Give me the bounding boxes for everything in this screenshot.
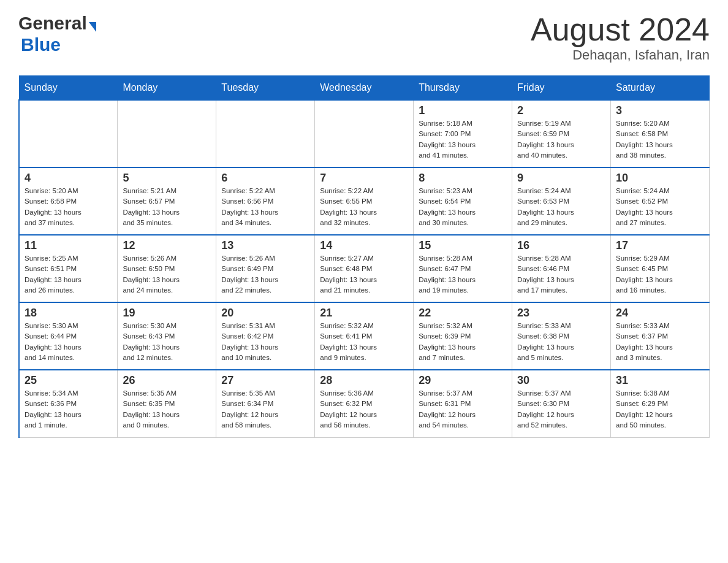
calendar-cell: 27Sunrise: 5:35 AMSunset: 6:34 PMDayligh… — [216, 370, 315, 437]
day-info: Sunrise: 5:20 AMSunset: 6:58 PMDaylight:… — [616, 118, 704, 161]
calendar-cell: 10Sunrise: 5:24 AMSunset: 6:52 PMDayligh… — [611, 167, 710, 235]
calendar-cell: 28Sunrise: 5:36 AMSunset: 6:32 PMDayligh… — [315, 370, 414, 437]
day-number: 27 — [221, 374, 309, 387]
day-number: 1 — [419, 104, 507, 117]
calendar-cell: 24Sunrise: 5:33 AMSunset: 6:37 PMDayligh… — [611, 302, 710, 370]
month-title: August 2024 — [531, 12, 710, 47]
title-area: August 2024 Dehaqan, Isfahan, Iran — [531, 12, 710, 63]
day-number: 25 — [25, 374, 112, 387]
day-number: 23 — [517, 307, 605, 320]
day-info: Sunrise: 5:28 AMSunset: 6:46 PMDaylight:… — [517, 253, 605, 296]
calendar-cell: 6Sunrise: 5:22 AMSunset: 6:56 PMDaylight… — [216, 167, 315, 235]
calendar-cell: 7Sunrise: 5:22 AMSunset: 6:55 PMDaylight… — [315, 167, 414, 235]
calendar-cell — [19, 100, 118, 167]
day-number: 26 — [123, 374, 211, 387]
day-number: 28 — [320, 374, 408, 387]
calendar-cell: 31Sunrise: 5:38 AMSunset: 6:29 PMDayligh… — [611, 370, 710, 437]
calendar-header-wednesday: Wednesday — [315, 76, 414, 101]
day-number: 22 — [419, 307, 507, 320]
day-info: Sunrise: 5:32 AMSunset: 6:39 PMDaylight:… — [419, 321, 507, 363]
day-info: Sunrise: 5:25 AMSunset: 6:51 PMDaylight:… — [25, 253, 112, 296]
logo: General — [18, 12, 96, 34]
logo-triangle-icon — [89, 22, 96, 32]
day-info: Sunrise: 5:31 AMSunset: 6:42 PMDaylight:… — [221, 321, 309, 363]
day-info: Sunrise: 5:19 AMSunset: 6:59 PMDaylight:… — [517, 118, 605, 161]
day-number: 15 — [419, 239, 507, 252]
calendar-cell: 4Sunrise: 5:20 AMSunset: 6:58 PMDaylight… — [19, 167, 118, 235]
week-row-2: 4Sunrise: 5:20 AMSunset: 6:58 PMDaylight… — [19, 167, 710, 235]
calendar-cell: 15Sunrise: 5:28 AMSunset: 6:47 PMDayligh… — [414, 235, 512, 302]
day-number: 18 — [25, 307, 112, 320]
day-number: 20 — [221, 307, 309, 320]
calendar-cell: 5Sunrise: 5:21 AMSunset: 6:57 PMDaylight… — [118, 167, 216, 235]
calendar-cell — [118, 100, 216, 167]
day-number: 19 — [123, 307, 211, 320]
day-info: Sunrise: 5:38 AMSunset: 6:29 PMDaylight:… — [616, 388, 704, 431]
calendar-cell: 16Sunrise: 5:28 AMSunset: 6:46 PMDayligh… — [512, 235, 611, 302]
calendar-header-row: SundayMondayTuesdayWednesdayThursdayFrid… — [19, 76, 710, 101]
day-number: 12 — [123, 239, 211, 252]
day-info: Sunrise: 5:33 AMSunset: 6:38 PMDaylight:… — [517, 321, 605, 363]
day-info: Sunrise: 5:36 AMSunset: 6:32 PMDaylight:… — [320, 388, 408, 431]
day-info: Sunrise: 5:20 AMSunset: 6:58 PMDaylight:… — [25, 186, 112, 228]
logo-area: General Blue — [18, 12, 96, 55]
calendar-cell: 29Sunrise: 5:37 AMSunset: 6:31 PMDayligh… — [414, 370, 512, 437]
calendar-cell: 25Sunrise: 5:34 AMSunset: 6:36 PMDayligh… — [19, 370, 118, 437]
calendar-cell: 18Sunrise: 5:30 AMSunset: 6:44 PMDayligh… — [19, 302, 118, 370]
day-number: 5 — [123, 172, 211, 185]
day-number: 29 — [419, 374, 507, 387]
day-number: 3 — [616, 104, 704, 117]
calendar-header-tuesday: Tuesday — [216, 76, 315, 101]
day-info: Sunrise: 5:30 AMSunset: 6:43 PMDaylight:… — [123, 321, 211, 363]
day-number: 24 — [616, 307, 704, 320]
logo-blue-text: Blue — [18, 34, 61, 55]
calendar-cell: 3Sunrise: 5:20 AMSunset: 6:58 PMDaylight… — [611, 100, 710, 167]
day-number: 16 — [517, 239, 605, 252]
day-info: Sunrise: 5:35 AMSunset: 6:34 PMDaylight:… — [221, 388, 309, 431]
day-info: Sunrise: 5:37 AMSunset: 6:31 PMDaylight:… — [419, 388, 507, 431]
day-number: 10 — [616, 172, 704, 185]
calendar-header-friday: Friday — [512, 76, 611, 101]
calendar-cell: 20Sunrise: 5:31 AMSunset: 6:42 PMDayligh… — [216, 302, 315, 370]
calendar-header-saturday: Saturday — [611, 76, 710, 101]
calendar-cell: 30Sunrise: 5:37 AMSunset: 6:30 PMDayligh… — [512, 370, 611, 437]
calendar-cell: 23Sunrise: 5:33 AMSunset: 6:38 PMDayligh… — [512, 302, 611, 370]
week-row-4: 18Sunrise: 5:30 AMSunset: 6:44 PMDayligh… — [19, 302, 710, 370]
calendar-cell — [315, 100, 414, 167]
day-info: Sunrise: 5:26 AMSunset: 6:49 PMDaylight:… — [221, 253, 309, 296]
week-row-1: 1Sunrise: 5:18 AMSunset: 7:00 PMDaylight… — [19, 100, 710, 167]
calendar-cell: 2Sunrise: 5:19 AMSunset: 6:59 PMDaylight… — [512, 100, 611, 167]
calendar-header-monday: Monday — [118, 76, 216, 101]
calendar-cell: 1Sunrise: 5:18 AMSunset: 7:00 PMDaylight… — [414, 100, 512, 167]
calendar-cell: 11Sunrise: 5:25 AMSunset: 6:51 PMDayligh… — [19, 235, 118, 302]
calendar-cell: 13Sunrise: 5:26 AMSunset: 6:49 PMDayligh… — [216, 235, 315, 302]
day-info: Sunrise: 5:35 AMSunset: 6:35 PMDaylight:… — [123, 388, 211, 431]
calendar-cell: 14Sunrise: 5:27 AMSunset: 6:48 PMDayligh… — [315, 235, 414, 302]
day-info: Sunrise: 5:37 AMSunset: 6:30 PMDaylight:… — [517, 388, 605, 431]
day-info: Sunrise: 5:18 AMSunset: 7:00 PMDaylight:… — [419, 118, 507, 161]
page-header: General Blue August 2024 Dehaqan, Isfaha… — [18, 12, 710, 63]
day-number: 31 — [616, 374, 704, 387]
day-info: Sunrise: 5:22 AMSunset: 6:55 PMDaylight:… — [320, 186, 408, 228]
calendar-cell: 8Sunrise: 5:23 AMSunset: 6:54 PMDaylight… — [414, 167, 512, 235]
day-info: Sunrise: 5:33 AMSunset: 6:37 PMDaylight:… — [616, 321, 704, 363]
calendar-cell — [216, 100, 315, 167]
day-number: 9 — [517, 172, 605, 185]
day-info: Sunrise: 5:27 AMSunset: 6:48 PMDaylight:… — [320, 253, 408, 296]
day-info: Sunrise: 5:23 AMSunset: 6:54 PMDaylight:… — [419, 186, 507, 228]
day-number: 8 — [419, 172, 507, 185]
calendar-header-thursday: Thursday — [414, 76, 512, 101]
logo-general-text: General — [18, 13, 87, 33]
day-info: Sunrise: 5:34 AMSunset: 6:36 PMDaylight:… — [25, 388, 112, 431]
calendar-cell: 21Sunrise: 5:32 AMSunset: 6:41 PMDayligh… — [315, 302, 414, 370]
day-info: Sunrise: 5:32 AMSunset: 6:41 PMDaylight:… — [320, 321, 408, 363]
calendar-table: SundayMondayTuesdayWednesdayThursdayFrid… — [18, 75, 710, 438]
day-number: 2 — [517, 104, 605, 117]
day-info: Sunrise: 5:26 AMSunset: 6:50 PMDaylight:… — [123, 253, 211, 296]
day-number: 4 — [25, 172, 112, 185]
day-number: 17 — [616, 239, 704, 252]
day-number: 11 — [25, 239, 112, 252]
day-info: Sunrise: 5:28 AMSunset: 6:47 PMDaylight:… — [419, 253, 507, 296]
day-number: 14 — [320, 239, 408, 252]
day-info: Sunrise: 5:22 AMSunset: 6:56 PMDaylight:… — [221, 186, 309, 228]
